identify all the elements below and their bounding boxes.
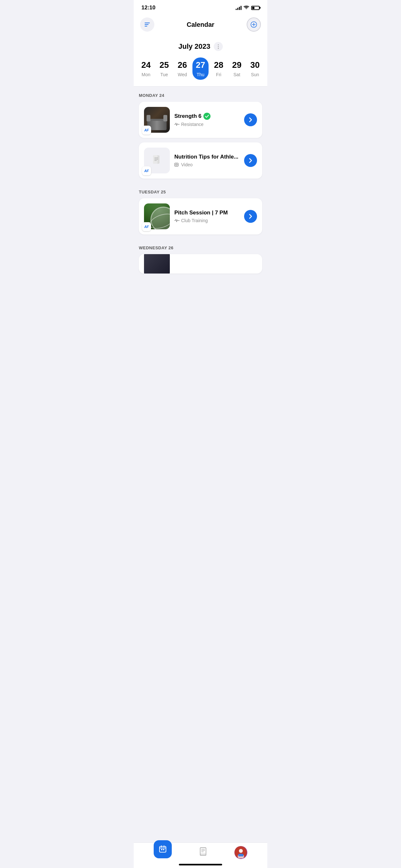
day-item-29[interactable]: 29 Sat: [229, 58, 245, 80]
card-subtitle-nutrition: Video: [174, 162, 240, 167]
battery-icon: [251, 6, 259, 10]
card-title-row-nutrition: Nutrition Tips for Athle...: [174, 154, 240, 160]
book-icon-svg: [198, 847, 208, 856]
status-icons: [236, 5, 259, 10]
svg-rect-4: [153, 155, 158, 164]
page-title: Calendar: [187, 21, 214, 28]
card-arrow-strength[interactable]: [244, 113, 257, 126]
card-thumbnail-pitch: AF: [144, 204, 170, 229]
add-button[interactable]: [247, 18, 261, 32]
section-header-monday: MONDAY 24: [139, 87, 262, 102]
more-options-button[interactable]: ⋮: [214, 42, 223, 51]
card-strength-6[interactable]: AF Strength 6 Resistance: [139, 102, 262, 138]
pulse-icon: [174, 122, 180, 126]
card-arrow-pitch[interactable]: [244, 210, 257, 223]
chevron-right-icon-2: [249, 158, 252, 163]
card-subtitle-text-pitch: Club Training: [181, 218, 208, 223]
plus-icon: [251, 21, 257, 28]
day-item-24[interactable]: 24 Mon: [138, 58, 154, 80]
card-arrow-nutrition[interactable]: [244, 154, 257, 167]
day-item-26[interactable]: 26 Wed: [174, 58, 190, 80]
month-header: July 2023 ⋮: [134, 37, 267, 55]
card-title-pitch: Pitch Session | 7 PM: [174, 210, 227, 216]
wed-image: [144, 254, 170, 274]
svg-point-23: [239, 849, 243, 853]
filter-icon: [145, 23, 150, 27]
nav-item-calendar[interactable]: [154, 847, 172, 858]
card-thumbnail-strength: AF: [144, 107, 170, 133]
af-badge-strength: AF: [142, 126, 151, 135]
svg-rect-17: [163, 849, 164, 850]
svg-rect-12: [159, 846, 166, 852]
day-item-27[interactable]: 27 Thu: [192, 58, 209, 80]
signal-icon: [236, 5, 242, 10]
filter-button[interactable]: [140, 18, 154, 32]
svg-rect-16: [161, 849, 162, 850]
card-info-pitch: Pitch Session | 7 PM Club Training: [174, 210, 240, 223]
status-time: 12:10: [142, 4, 155, 11]
status-bar: 12:10: [134, 0, 267, 13]
card-pitch-session[interactable]: AF Pitch Session | 7 PM Club Training: [139, 198, 262, 235]
af-badge-nutrition: AF: [142, 166, 151, 175]
avatar-image: [235, 847, 247, 858]
card-subtitle-text-strength: Resistance: [181, 122, 204, 127]
card-info-strength: Strength 6 Resistance: [174, 113, 240, 127]
section-header-wednesday: WEDNESDAY 26: [139, 239, 262, 254]
check-icon: [204, 113, 211, 120]
profile-avatar[interactable]: [235, 846, 247, 859]
video-doc-icon: [174, 162, 180, 167]
card-thumbnail-wed: [144, 254, 170, 274]
card-nutrition[interactable]: AF Nutrition Tips for Athle... Video: [139, 143, 262, 179]
day-item-30[interactable]: 30 Sun: [247, 58, 263, 80]
card-info-nutrition: Nutrition Tips for Athle... Video: [174, 154, 240, 167]
svg-rect-25: [238, 854, 243, 857]
card-thumbnail-nutrition: AF: [144, 148, 170, 174]
section-header-tuesday: TUESDAY 25: [139, 183, 262, 198]
card-title-row: Strength 6: [174, 113, 240, 120]
home-indicator: [179, 864, 222, 865]
card-subtitle-strength: Resistance: [174, 122, 240, 127]
chevron-right-icon-3: [249, 214, 252, 219]
month-title: July 2023: [178, 42, 210, 51]
af-badge-pitch: AF: [142, 222, 151, 231]
pulse-icon-pitch: [174, 219, 180, 222]
card-title-strength: Strength 6: [174, 113, 202, 120]
card-subtitle-text-nutrition: Video: [181, 162, 193, 167]
content-area: MONDAY 24 AF Strength 6: [134, 87, 267, 310]
day-item-28[interactable]: 28 Fri: [211, 58, 227, 80]
day-selector: 24 Mon 25 Tue 26 Wed 27 Thu 28 Fri 29 Sa…: [134, 55, 267, 87]
calendar-icon: [158, 845, 167, 854]
calendar-nav-button[interactable]: [154, 840, 172, 858]
day-item-25[interactable]: 25 Tue: [156, 58, 172, 80]
document-icon: [152, 155, 162, 166]
card-title-nutrition: Nutrition Tips for Athle...: [174, 154, 238, 160]
wifi-icon: [243, 5, 249, 10]
card-subtitle-pitch: Club Training: [174, 218, 240, 223]
book-icon: [198, 847, 208, 858]
card-title-row-pitch: Pitch Session | 7 PM: [174, 210, 240, 216]
nav-item-book[interactable]: [198, 847, 208, 858]
card-wednesday-partial[interactable]: [139, 254, 262, 274]
nav-item-profile[interactable]: [235, 846, 247, 859]
chevron-right-icon: [249, 117, 252, 122]
header: Calendar: [134, 13, 267, 37]
